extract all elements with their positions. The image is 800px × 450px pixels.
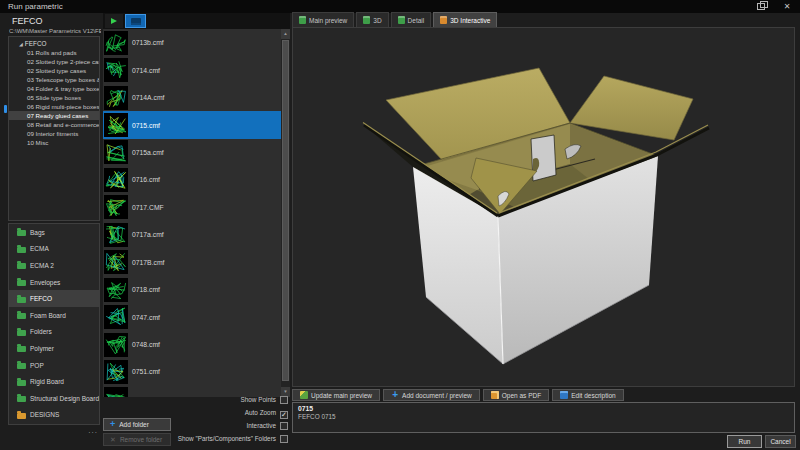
option-label: Interactive bbox=[247, 422, 276, 429]
scroll-up-icon[interactable]: ▲ bbox=[281, 29, 290, 39]
design-list-item[interactable]: 0748.cmf bbox=[103, 331, 281, 358]
add-folder-button[interactable]: + Add folder bbox=[103, 418, 171, 431]
action-label: Edit description bbox=[571, 392, 615, 399]
folder-icon bbox=[17, 396, 26, 402]
tree-item[interactable]: 06 Rigid multi-piece boxes bbox=[9, 102, 99, 111]
category-item-rigid-board[interactable]: Rigid Board bbox=[9, 373, 99, 390]
scrollbar-thumb[interactable] bbox=[282, 40, 289, 381]
scrollbar[interactable]: ▲ ▼ bbox=[281, 29, 290, 397]
category-item-designs[interactable]: DESIGNS bbox=[9, 407, 99, 424]
category-item-structural-design-board[interactable]: Structural Design Board bbox=[9, 390, 99, 407]
more-handle[interactable]: ... bbox=[8, 426, 98, 435]
design-list-item[interactable]: 0718.cmf bbox=[103, 276, 281, 303]
checkbox-checked[interactable]: ✓ bbox=[280, 411, 288, 419]
category-label: Structural Design Board bbox=[30, 395, 99, 402]
option-label: Show Points bbox=[240, 396, 276, 403]
design-list-item[interactable]: 0715.cmf bbox=[103, 111, 281, 138]
tab-3d-interactive[interactable]: 3D Interactive bbox=[433, 12, 497, 27]
design-list-item[interactable]: 0713b.cmf bbox=[103, 29, 281, 56]
design-file-name: 0713b.cmf bbox=[132, 39, 164, 46]
action-label: Open as PDF bbox=[502, 392, 541, 399]
design-list-item[interactable]: 0714.cmf bbox=[103, 56, 281, 83]
3d-viewport[interactable] bbox=[292, 27, 795, 387]
option-row: Show Points bbox=[150, 395, 288, 405]
tree-item[interactable]: 03 Telescope type boxes & lids bbox=[9, 75, 99, 84]
tab-detail[interactable]: Detail bbox=[391, 12, 432, 27]
design-list-item[interactable]: 0715a.cmf bbox=[103, 139, 281, 166]
box-3d-render bbox=[293, 28, 794, 386]
design-file-name: 0747.cmf bbox=[132, 314, 160, 321]
category-item-foam-board[interactable]: Foam Board bbox=[9, 307, 99, 324]
category-item-fefco[interactable]: FEFCO bbox=[9, 290, 99, 307]
tree-item[interactable]: 05 Slide type boxes bbox=[9, 93, 99, 102]
cancel-button[interactable]: Cancel bbox=[765, 435, 796, 448]
folder-icon bbox=[17, 263, 26, 269]
run-preview-button[interactable] bbox=[105, 14, 123, 28]
run-button[interactable]: Run bbox=[727, 435, 762, 448]
remove-folder-button[interactable]: ✕ Remove folder bbox=[103, 433, 171, 446]
design-list-item[interactable]: 0717B.cmf bbox=[103, 249, 281, 276]
browser-toolbar bbox=[103, 13, 290, 29]
window-controls: ✕ bbox=[754, 0, 794, 13]
document-icon bbox=[363, 16, 370, 24]
tab-3d[interactable]: 3D bbox=[356, 12, 388, 27]
design-file-name: 0715.cmf bbox=[132, 122, 160, 129]
design-file-name: 0715a.cmf bbox=[132, 149, 164, 156]
library-selector[interactable]: FEFCO bbox=[12, 16, 43, 26]
design-list-item[interactable]: 0716.cmf bbox=[103, 166, 281, 193]
tree-item[interactable]: 02 Slotted type 2-piece cases bbox=[9, 57, 99, 66]
design-list-item[interactable]: 0751.cmf bbox=[103, 358, 281, 385]
tree-item[interactable]: 01 Rolls and pads bbox=[9, 48, 99, 57]
plus-icon: + bbox=[391, 391, 399, 399]
document-icon bbox=[299, 16, 306, 24]
tree-item[interactable]: 09 Interior fitments bbox=[9, 129, 99, 138]
close-button[interactable]: ✕ bbox=[780, 1, 794, 12]
tree-item[interactable]: 04 Folder & tray type boxes bbox=[9, 84, 99, 93]
action-update-main-preview-button[interactable]: Update main preview bbox=[292, 389, 380, 401]
folder-tree: ◢FEFCO 01 Rolls and pads02 Slotted type … bbox=[8, 36, 100, 221]
design-list-item[interactable]: 0714A.cmf bbox=[103, 84, 281, 111]
tree-item[interactable]: 02 Slotted type cases bbox=[9, 66, 99, 75]
design-thumbnail bbox=[104, 140, 128, 164]
option-row: Auto Zoom✓ bbox=[150, 408, 288, 418]
tree-item[interactable]: 08 Retail and e-commerce packa... bbox=[9, 120, 99, 129]
tab-main-preview[interactable]: Main preview bbox=[292, 12, 354, 27]
category-item-bags[interactable]: Bags bbox=[9, 224, 99, 241]
category-label: Polymer bbox=[30, 345, 54, 352]
category-item-ecma-2[interactable]: ECMA 2 bbox=[9, 257, 99, 274]
library-path: C:\WM\Master Parametrics V12\FEFCO bbox=[9, 28, 101, 34]
design-list-item[interactable]: 0717.CMF bbox=[103, 194, 281, 221]
action-open-as-pdf-button[interactable]: Open as PDF bbox=[483, 389, 549, 401]
design-thumbnail bbox=[104, 195, 128, 219]
action-edit-description-button[interactable]: Edit description bbox=[552, 389, 623, 401]
checkbox-unchecked[interactable] bbox=[280, 396, 288, 404]
restore-button[interactable] bbox=[754, 1, 768, 12]
category-item-polymer[interactable]: Polymer bbox=[9, 340, 99, 357]
tree-root-fefco[interactable]: ◢FEFCO bbox=[9, 37, 99, 48]
category-item-envelopes[interactable]: Envelopes bbox=[9, 274, 99, 291]
action-label: Update main preview bbox=[311, 392, 372, 399]
expander-icon[interactable]: ◢ bbox=[19, 41, 23, 47]
action-add-document-preview-button[interactable]: +Add document / preview bbox=[383, 389, 480, 401]
folder-icon bbox=[17, 363, 26, 369]
design-list-item[interactable]: 0717a.cmf bbox=[103, 221, 281, 248]
description-subtitle: FEFCO 0715 bbox=[298, 413, 789, 420]
folder-icon bbox=[17, 230, 26, 236]
tree-item[interactable]: 07 Ready glued cases bbox=[9, 111, 99, 120]
category-item-folders[interactable]: Folders bbox=[9, 324, 99, 341]
edit-icon bbox=[560, 391, 568, 399]
checkbox-unchecked[interactable] bbox=[280, 435, 288, 443]
category-item-pop[interactable]: POP bbox=[9, 357, 99, 374]
design-file-name: 0751.cmf bbox=[132, 368, 160, 375]
checkbox-unchecked[interactable] bbox=[280, 422, 288, 430]
design-thumbnail bbox=[104, 86, 128, 110]
tab-label: 3D bbox=[373, 17, 381, 24]
category-item-ecma[interactable]: ECMA bbox=[9, 241, 99, 258]
category-label: Envelopes bbox=[30, 279, 60, 286]
category-label: Bags bbox=[30, 229, 45, 236]
view-3d-toggle-button[interactable] bbox=[125, 14, 146, 28]
design-list-item[interactable]: 0747.cmf bbox=[103, 303, 281, 330]
tree-item[interactable]: 10 Misc bbox=[9, 138, 99, 147]
category-label: Rigid Board bbox=[30, 378, 64, 385]
category-label: Folders bbox=[30, 328, 52, 335]
